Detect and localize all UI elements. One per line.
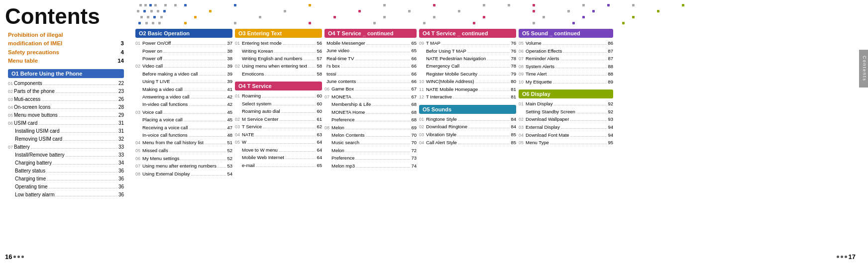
svg-rect-41: [483, 16, 485, 18]
left-panel: Prohibition of illegal modification of I…: [0, 0, 132, 263]
o5-sounds-header: O5 Sounds: [419, 105, 516, 114]
o2-header: O2 Basic Operation: [135, 29, 232, 38]
o3-list: 01Entering text mode56 Writing Korean56 …: [235, 39, 322, 78]
o4c-header: O4 T Service _ continued: [419, 29, 516, 38]
svg-rect-22: [163, 10, 166, 12]
svg-rect-34: [153, 16, 156, 18]
svg-rect-4: [164, 4, 167, 6]
o5-sounds-list: 01Ringtone Style84 02Download Ringtone84…: [419, 115, 516, 146]
svg-rect-10: [433, 4, 435, 6]
toc-orange-line2: modification of IMEI: [8, 39, 62, 48]
svg-rect-12: [508, 4, 510, 6]
col-o4b: O4 T Service _ continued Mobile Messenge…: [325, 29, 417, 259]
svg-rect-24: [284, 10, 286, 12]
o5-header: O5 Sound _ continued: [519, 29, 613, 38]
o4-header: O4 T Service: [235, 82, 322, 90]
o5-list: 05Volume86 06Operation Effects87 07Remin…: [519, 39, 613, 86]
svg-rect-50: [234, 22, 236, 24]
svg-rect-35: [160, 16, 163, 18]
o4b-list: Mobile Messenger65 June video65 Real-tim…: [325, 39, 417, 170]
svg-rect-20: [150, 10, 153, 12]
svg-rect-15: [607, 4, 610, 6]
dots-svg: [134, 1, 858, 28]
toc-orange-line1: Prohibition of illegal: [8, 31, 124, 39]
svg-rect-5: [174, 4, 177, 6]
svg-rect-17: [682, 4, 684, 6]
content-columns: O2 Basic Operation 01Power On/Off37 Powe…: [135, 29, 857, 259]
page-number-right: 17: [837, 253, 856, 261]
svg-rect-33: [147, 16, 149, 18]
svg-rect-6: [184, 4, 187, 6]
svg-rect-11: [483, 4, 485, 6]
svg-rect-37: [259, 16, 261, 18]
decorative-dots-top: [134, 1, 858, 28]
toc-orange-num3: 4: [121, 49, 124, 55]
o6-list: 01Main Display92 Setting Standby Screen9…: [519, 100, 613, 146]
contents-sidebar-tab: Contents: [859, 50, 868, 88]
o3-header: O3 Entering Text: [235, 29, 322, 38]
svg-rect-26: [408, 10, 411, 12]
svg-rect-21: [157, 10, 159, 12]
col-o2: O2 Basic Operation 01Power On/Off37 Powe…: [135, 29, 232, 259]
svg-rect-38: [333, 16, 336, 18]
svg-rect-32: [140, 16, 143, 18]
svg-rect-49: [184, 22, 187, 24]
svg-rect-30: [592, 10, 595, 12]
o1-toc-list: 01Components22 02Parts of the phone23 03…: [8, 80, 124, 199]
col-o3: O3 Entering Text 01Entering text mode56 …: [235, 29, 322, 259]
svg-rect-25: [358, 10, 361, 12]
svg-rect-47: [152, 22, 154, 24]
svg-rect-27: [458, 10, 460, 12]
svg-rect-53: [423, 22, 426, 24]
svg-rect-28: [533, 10, 535, 12]
svg-rect-31: [657, 10, 659, 12]
svg-rect-29: [567, 10, 570, 12]
svg-rect-45: [138, 22, 141, 24]
svg-rect-23: [209, 10, 212, 12]
svg-rect-9: [383, 4, 386, 6]
svg-rect-52: [373, 22, 376, 24]
svg-rect-39: [383, 16, 386, 18]
svg-rect-18: [137, 10, 139, 12]
svg-rect-19: [143, 10, 146, 12]
svg-rect-13: [533, 4, 535, 6]
svg-rect-51: [309, 22, 311, 24]
o4c-list: 09T MAP76 Befor Using T MAP76 NATE Pedes…: [419, 39, 516, 101]
svg-rect-56: [572, 22, 575, 24]
o2-list: 01Power On/Off37 Power on38 Power off38 …: [135, 39, 232, 177]
svg-rect-8: [309, 4, 311, 6]
svg-rect-40: [433, 16, 435, 18]
svg-rect-44: [632, 16, 635, 18]
col-o5: O5 Sound _ continued 05Volume86 06Operat…: [519, 29, 613, 259]
svg-rect-0: [139, 4, 142, 6]
svg-rect-1: [144, 4, 147, 6]
svg-rect-2: [149, 4, 152, 6]
svg-rect-54: [473, 22, 475, 24]
o4-list: 01Roaming60 Select system60 Roaming auto…: [235, 92, 322, 169]
svg-rect-16: [632, 4, 635, 6]
svg-rect-57: [622, 22, 625, 24]
svg-rect-42: [542, 16, 545, 18]
o6-header: O6 Display: [519, 89, 613, 98]
svg-rect-43: [582, 16, 585, 18]
svg-rect-46: [145, 22, 148, 24]
toc-orange-num2: 3: [121, 40, 124, 46]
svg-rect-7: [234, 4, 236, 6]
page-number-left: 16: [5, 253, 24, 261]
toc-orange-num4: 14: [117, 58, 124, 64]
section-o1-header: O1 Before Using the Phone: [8, 69, 124, 78]
col-o4c: O4 T Service _ continued 09T MAP76 Befor…: [419, 29, 516, 259]
svg-rect-36: [194, 16, 197, 18]
svg-rect-48: [158, 22, 161, 24]
svg-rect-3: [154, 4, 157, 6]
svg-rect-55: [533, 22, 535, 24]
toc-orange-line3: Safety precautions: [8, 48, 59, 57]
toc-orange-line4: Menu table: [8, 57, 38, 65]
o4b-header: O4 T Service _ continued: [325, 29, 417, 38]
svg-rect-14: [582, 4, 585, 6]
